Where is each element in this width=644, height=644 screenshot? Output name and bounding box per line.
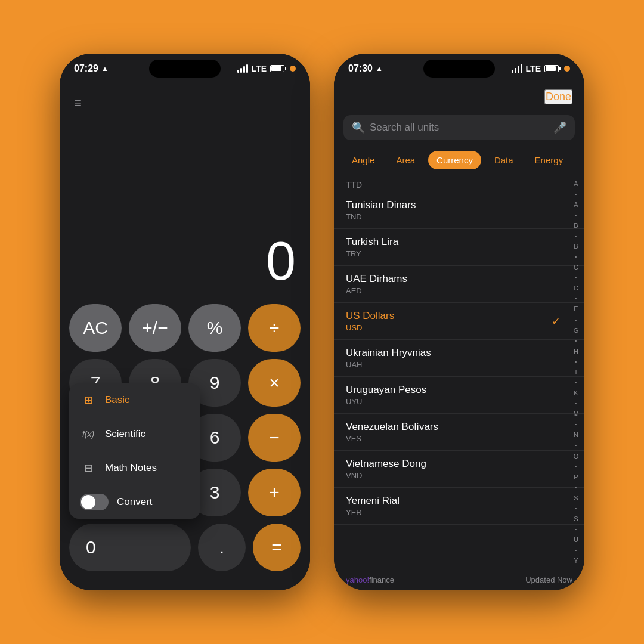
currency-code-try: TRY (346, 249, 572, 258)
currency-list: TTD Tunisian Dinars TND Turkish Lira TRY… (334, 175, 584, 569)
btn-divide[interactable]: ÷ (248, 304, 301, 352)
time-right: 07:30 ▲ (348, 63, 383, 74)
currency-code-ves: VES (346, 434, 572, 443)
index-H[interactable]: H (571, 348, 581, 355)
index-C2[interactable]: C (571, 284, 581, 292)
dynamic-island-left (149, 60, 221, 78)
currency-name-vnd: Vietnamese Dong (346, 458, 572, 470)
index-dot-6: • (575, 296, 577, 301)
scientific-icon: f(x) (80, 426, 97, 442)
tab-currency[interactable]: Currency (428, 151, 481, 169)
selected-checkmark: ✓ (552, 315, 561, 328)
category-tabs: Angle Area Currency Data Energy Force (334, 145, 584, 175)
btn-ac[interactable]: AC (69, 304, 122, 352)
index-dot-2: • (575, 212, 577, 218)
index-U[interactable]: U (571, 536, 581, 543)
btn-decimal[interactable]: . (198, 524, 246, 571)
index-G[interactable]: G (571, 327, 581, 334)
index-dot-13: • (575, 442, 577, 448)
index-dot-4: • (575, 254, 577, 259)
currency-item-usd[interactable]: US Dollars USD ✓ (334, 303, 584, 340)
right-phone: 07:30 ▲ LTE Done 🔍 (334, 54, 584, 590)
tab-area[interactable]: Area (388, 151, 423, 169)
mic-icon[interactable]: 🎤 (553, 121, 566, 134)
index-I[interactable]: I (571, 369, 581, 376)
currency-item-ves[interactable]: Venezuelan Bolívars VES (334, 414, 584, 451)
popup-item-mathnotes[interactable]: ⊟ Math Notes (69, 451, 200, 485)
currency-name-tnd: Tunisian Dinars (346, 199, 572, 211)
clock-right: 07:30 (348, 63, 373, 74)
signal-bar-r2 (515, 68, 516, 73)
btn-add[interactable]: + (248, 469, 301, 516)
currency-code-vnd: VND (346, 471, 572, 480)
currency-name-ves: Venezuelan Bolívars (346, 421, 572, 433)
index-K[interactable]: K (571, 389, 581, 397)
basic-icon: ⊞ (80, 392, 97, 408)
currency-item-yer[interactable]: Yemeni Rial YER (334, 488, 584, 525)
index-dot-15: • (575, 485, 577, 490)
index-S2[interactable]: S (571, 515, 581, 522)
tab-data[interactable]: Data (486, 151, 522, 169)
search-placeholder[interactable]: Search all units (370, 122, 549, 134)
currency-name-uah: Ukrainian Hryvnias (346, 347, 572, 359)
index-M[interactable]: M (571, 410, 581, 417)
index-P[interactable]: P (571, 473, 581, 481)
index-dot-18: • (575, 547, 577, 553)
index-dot-17: • (575, 527, 577, 532)
currency-item-aed[interactable]: UAE Dirhams AED (334, 266, 584, 303)
tab-force[interactable]: Force (576, 151, 584, 169)
currency-code-aed: AED (346, 286, 572, 295)
mathnotes-icon: ⊟ (80, 460, 97, 476)
btn-multiply[interactable]: × (248, 359, 301, 407)
index-dot-1: • (575, 191, 577, 197)
tab-angle[interactable]: Angle (343, 151, 383, 169)
index-S[interactable]: S (571, 494, 581, 501)
btn-plusminus[interactable]: +/− (129, 304, 181, 352)
currency-code-uyu: UYU (346, 397, 572, 406)
location-icon-left: ▲ (101, 64, 109, 73)
currency-item-vnd[interactable]: Vietnamese Dong VND (334, 451, 584, 488)
done-button[interactable]: Done (544, 89, 572, 104)
index-N[interactable]: N (571, 431, 581, 438)
currency-name-usd: US Dollars (346, 310, 572, 322)
alphabet-index[interactable]: A • A • B • B • C • C • E • G • H • I • (571, 175, 581, 569)
currency-item-uyu[interactable]: Uruguayan Pesos UYU (334, 377, 584, 414)
status-bar-right: 07:30 ▲ LTE (334, 54, 584, 83)
menu-icon[interactable]: ≡ (60, 83, 310, 111)
signal-left (237, 64, 248, 73)
index-dot-10: • (575, 380, 577, 385)
index-B1[interactable]: B (571, 222, 581, 229)
lte-label-left: LTE (252, 64, 267, 73)
index-E[interactable]: E (571, 305, 581, 312)
convert-label: Convert (117, 496, 153, 508)
currency-item-try[interactable]: Turkish Lira TRY (334, 229, 584, 266)
popup-item-scientific[interactable]: f(x) Scientific (69, 417, 200, 451)
index-C1[interactable]: C (571, 264, 581, 271)
basic-label: Basic (105, 394, 130, 406)
convert-toggle[interactable] (80, 494, 109, 510)
btn-0[interactable]: 0 (69, 524, 191, 571)
currency-item-tnd[interactable]: Tunisian Dinars TND (334, 192, 584, 229)
btn-equals[interactable]: = (253, 524, 301, 571)
index-O[interactable]: O (571, 453, 581, 460)
currency-name-try: Turkish Lira (346, 236, 572, 248)
lte-label-right: LTE (526, 64, 541, 73)
mathnotes-label: Math Notes (105, 462, 157, 474)
search-bar[interactable]: 🔍 Search all units 🎤 (343, 115, 575, 140)
index-B2[interactable]: B (571, 243, 581, 250)
signal-bar-4 (246, 64, 248, 73)
currency-code-tnd: TND (346, 212, 572, 221)
btn-percent[interactable]: % (188, 304, 241, 352)
popup-item-basic[interactable]: ⊞ Basic (69, 383, 200, 417)
index-dot-9: • (575, 359, 577, 364)
index-dot-3: • (575, 233, 577, 239)
toggle-knob (81, 495, 95, 509)
currency-code-usd: USD (346, 323, 572, 332)
index-A1[interactable]: A (571, 180, 581, 187)
currency-item-uah[interactable]: Ukrainian Hryvnias UAH (334, 340, 584, 377)
status-bar-left: 07:29 ▲ LTE (60, 54, 310, 83)
tab-energy[interactable]: Energy (527, 151, 572, 169)
index-A2[interactable]: A (571, 201, 581, 208)
btn-subtract[interactable]: − (248, 414, 301, 462)
index-Y[interactable]: Y (571, 557, 581, 564)
